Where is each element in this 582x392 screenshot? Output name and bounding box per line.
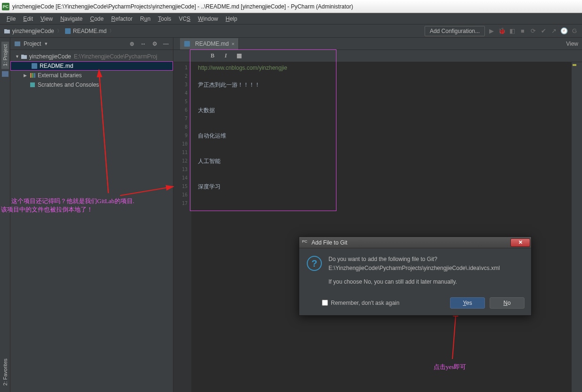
yes-button[interactable]: Yes — [450, 297, 485, 309]
markdown-toolbar: B I ▦ — [173, 50, 582, 62]
view-mode-label[interactable]: View — [562, 38, 582, 50]
editor-area: README.md × View B I ▦ 12345678910111213… — [173, 38, 582, 392]
line-number: 15 — [173, 182, 191, 191]
locate-icon[interactable]: ⊕ — [129, 41, 135, 47]
line-number: 4 — [173, 89, 191, 98]
folder-icon — [4, 28, 10, 34]
libraries-icon — [29, 72, 36, 79]
line-number: 2 — [173, 72, 191, 81]
breadcrumb-file[interactable]: README.md — [73, 28, 107, 34]
project-tool-tab[interactable]: 1: Project — [1, 41, 9, 69]
md-file-icon — [31, 63, 38, 69]
code-line[interactable] — [191, 174, 572, 182]
svg-rect-6 — [34, 73, 35, 78]
breadcrumb-root[interactable]: yinzhengjieCode — [12, 28, 54, 34]
no-button[interactable]: No — [490, 297, 525, 309]
favorites-tool-tab[interactable]: 2: Favorites — [1, 356, 9, 388]
bold-button[interactable]: B — [208, 52, 217, 60]
readme-file-row[interactable]: README.md — [10, 61, 173, 71]
dialog-line2: E:\YinzhengjieCode\PycharmProjects\yinzh… — [328, 264, 500, 273]
code-line[interactable] — [191, 140, 572, 148]
close-icon[interactable]: × — [231, 41, 234, 47]
right-gutter — [577, 62, 582, 392]
code-line[interactable] — [191, 148, 572, 157]
window-title: yinzhengjieCode [E:\YinzhengjieCode\Pych… — [12, 3, 353, 10]
project-tree[interactable]: ▼ yinzhengjieCode E:\YinzhengjieCode\Pyc… — [10, 50, 173, 91]
code-line[interactable]: 人工智能 — [191, 157, 572, 165]
remember-checkbox[interactable]: Remember, don't ask again — [322, 300, 400, 306]
history-icon[interactable]: 🕘 — [560, 27, 568, 35]
line-number: 10 — [173, 140, 191, 148]
menu-tools[interactable]: Tools — [155, 15, 174, 23]
commit-icon[interactable]: ✔ — [540, 27, 547, 35]
tree-node-path: E:\YinzhengjieCode\PycharmProj — [74, 53, 157, 60]
dialog-title-text: Add File to Git — [311, 239, 347, 246]
menu-help[interactable]: Help — [223, 15, 240, 23]
code-line[interactable]: 深度学习 — [191, 182, 572, 191]
code-line[interactable]: 尹正杰到此一游！！！！ — [191, 81, 572, 89]
debug-icon[interactable]: 🐞 — [498, 27, 506, 35]
code-line[interactable] — [191, 165, 572, 174]
add-configuration-button[interactable]: Add Configuration... — [425, 26, 485, 36]
menu-vcs[interactable]: VCS — [176, 15, 193, 23]
line-number: 12 — [173, 157, 191, 165]
code-line[interactable]: 大数据 — [191, 106, 572, 114]
collapse-icon[interactable]: ↔ — [140, 41, 147, 47]
window-titlebar: PC yinzhengjieCode [E:\YinzhengjieCode\P… — [0, 0, 582, 13]
svg-rect-8 — [184, 41, 190, 47]
svg-rect-1 — [2, 71, 8, 77]
revert-icon[interactable]: G — [571, 27, 578, 35]
code-line[interactable]: http://www.cnblogs.com/yinzhengjie — [191, 64, 572, 72]
push-icon[interactable]: ↗ — [550, 27, 557, 35]
gear-icon[interactable]: ⚙ — [151, 41, 158, 47]
hide-icon[interactable]: — — [163, 41, 169, 47]
line-number: 9 — [173, 131, 191, 140]
menu-code[interactable]: Code — [87, 15, 107, 23]
add-file-to-git-dialog: PC Add File to Git ✕ ? Do you want to ad… — [299, 237, 532, 316]
structure-icon[interactable] — [1, 71, 9, 77]
code-line[interactable] — [191, 72, 572, 81]
code-line[interactable] — [191, 199, 572, 208]
code-line[interactable] — [191, 191, 572, 199]
project-root-row[interactable]: ▼ yinzhengjieCode E:\YinzhengjieCode\Pyc… — [10, 52, 173, 61]
code-line[interactable] — [191, 89, 572, 98]
code-line[interactable] — [191, 123, 572, 131]
expand-arrow-icon[interactable]: ▶ — [24, 73, 29, 78]
update-icon[interactable]: ⟳ — [529, 27, 537, 35]
menu-file[interactable]: File — [4, 15, 18, 23]
project-tool-title[interactable]: Project — [24, 41, 41, 47]
project-tool-window: Project ▼ ⊕ ↔ ⚙ — ▼ yinzhengjieCode E:\Y… — [10, 38, 173, 392]
tree-node-label: Scratches and Consoles — [38, 82, 99, 88]
coverage-icon[interactable]: ◧ — [508, 27, 516, 35]
menu-navigate[interactable]: Navigate — [57, 15, 85, 23]
italic-button[interactable]: I — [221, 52, 230, 60]
chevron-down-icon[interactable]: ▼ — [44, 41, 48, 46]
question-icon: ? — [307, 256, 322, 271]
line-number: 17 — [173, 199, 191, 208]
expand-arrow-icon[interactable]: ▼ — [15, 54, 21, 59]
menu-refactor[interactable]: Refactor — [108, 15, 135, 23]
svg-rect-7 — [30, 82, 35, 87]
tree-node-label: README.md — [40, 63, 73, 69]
editor-tabs: README.md × View — [173, 38, 582, 50]
external-libraries-row[interactable]: ▶ External Libraries — [10, 71, 173, 80]
code-line[interactable] — [191, 114, 572, 123]
code-line[interactable]: 自动化运维 — [191, 131, 572, 140]
editor-scrollbar[interactable] — [572, 62, 577, 392]
stop-icon[interactable]: ■ — [519, 27, 526, 35]
menu-view[interactable]: View — [38, 15, 56, 23]
menu-edit[interactable]: Edit — [20, 15, 36, 23]
dialog-close-button[interactable]: ✕ — [510, 238, 530, 247]
run-icon[interactable]: ▶ — [488, 27, 495, 35]
svg-rect-0 — [65, 28, 71, 34]
remember-checkbox-input[interactable] — [322, 300, 328, 306]
menu-window[interactable]: Window — [195, 15, 221, 23]
md-file-icon — [65, 28, 71, 34]
dialog-titlebar[interactable]: PC Add File to Git ✕ — [299, 237, 531, 248]
code-line[interactable] — [191, 98, 572, 106]
code-editor[interactable]: http://www.cnblogs.com/yinzhengjie尹正杰到此一… — [191, 62, 572, 392]
menu-run[interactable]: Run — [137, 15, 153, 23]
image-button[interactable]: ▦ — [235, 52, 243, 60]
scratches-row[interactable]: Scratches and Consoles — [10, 80, 173, 90]
editor-tab-readme[interactable]: README.md × — [180, 38, 239, 49]
